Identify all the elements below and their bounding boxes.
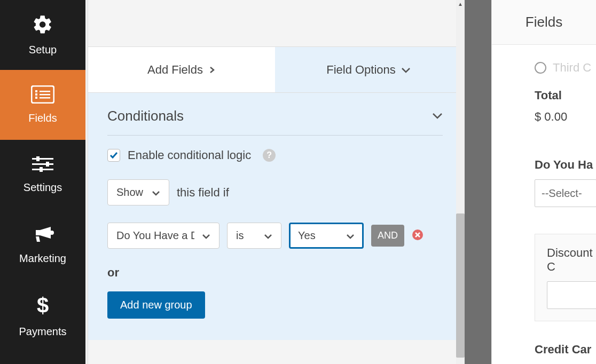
top-spacer — [88, 0, 462, 47]
sidebar: Setup Fields Settings Marketing $ Paymen… — [0, 0, 85, 364]
sliders-icon — [32, 156, 53, 175]
svg-rect-4 — [40, 94, 50, 96]
svg-rect-1 — [35, 90, 37, 92]
scroll-up-arrow-icon[interactable]: ▲ — [456, 0, 465, 7]
divider-dark — [465, 0, 491, 364]
value-select-value: Yes — [298, 230, 316, 242]
bullhorn-icon — [32, 225, 54, 246]
sidebar-item-fields[interactable]: Fields — [0, 70, 85, 140]
discount-card: Discount C — [535, 234, 596, 321]
this-field-if-text: this field if — [177, 186, 229, 200]
gear-icon — [32, 14, 53, 37]
show-row: Show this field if — [107, 179, 443, 205]
main-area: Add Fields Field Options Conditionals — [85, 0, 465, 364]
dollar-icon: $ — [36, 296, 49, 319]
select-placeholder: --Select- — [542, 187, 582, 200]
field-select-value: Do You Have a D — [116, 230, 194, 242]
discount-input[interactable] — [547, 281, 596, 309]
svg-text:$: $ — [37, 296, 49, 317]
svg-rect-11 — [46, 162, 49, 167]
or-text: or — [107, 266, 443, 280]
radio-option-row[interactable]: Third C — [535, 45, 596, 91]
list-icon — [31, 85, 54, 106]
sidebar-item-label: Payments — [19, 326, 67, 338]
credit-label: Credit Car — [535, 343, 596, 357]
svg-rect-6 — [40, 97, 50, 99]
and-button[interactable]: AND — [371, 225, 404, 247]
field-select[interactable]: Do You Have a D — [107, 223, 219, 249]
preview-pane: Fields Third C Total $ 0.00 Do You Ha --… — [491, 0, 596, 364]
svg-rect-8 — [32, 163, 53, 165]
sidebar-item-label: Fields — [28, 112, 57, 124]
sidebar-item-label: Marketing — [19, 252, 66, 265]
svg-rect-10 — [36, 156, 40, 161]
scrollbar-vertical[interactable]: ▲ — [456, 0, 465, 364]
enable-label: Enable conditional logic — [128, 148, 251, 162]
svg-rect-2 — [40, 91, 50, 92]
question-select[interactable]: --Select- — [535, 179, 596, 207]
add-new-group-button[interactable]: Add new group — [107, 291, 205, 319]
tab-add-fields[interactable]: Add Fields — [88, 47, 275, 92]
svg-point-13 — [50, 231, 54, 235]
operator-select-value: is — [236, 230, 244, 242]
help-icon[interactable]: ? — [263, 149, 276, 162]
panel-title: Conditionals — [107, 108, 184, 124]
tab-label: Field Options — [326, 63, 396, 77]
chevron-down-icon — [401, 63, 411, 77]
total-value: $ 0.00 — [535, 110, 596, 124]
tab-label: Add Fields — [147, 63, 203, 77]
value-select[interactable]: Yes — [289, 223, 364, 249]
sidebar-item-marketing[interactable]: Marketing — [0, 210, 85, 280]
radio-label: Third C — [553, 61, 591, 75]
svg-rect-7 — [32, 158, 53, 160]
chevron-down-icon — [264, 230, 272, 242]
chevron-right-icon — [208, 63, 216, 77]
show-select[interactable]: Show — [107, 179, 169, 205]
tabs: Add Fields Field Options — [88, 47, 462, 93]
sidebar-item-label: Setup — [29, 44, 57, 56]
conditionals-panel: Conditionals Enable conditional logic ? … — [88, 93, 462, 340]
chevron-down-icon — [202, 230, 210, 242]
svg-rect-5 — [35, 97, 37, 99]
total-label: Total — [535, 89, 596, 102]
chevron-down-icon — [346, 230, 355, 242]
svg-rect-3 — [35, 93, 37, 96]
sidebar-item-settings[interactable]: Settings — [0, 140, 85, 210]
remove-condition-icon[interactable] — [412, 229, 424, 243]
sidebar-item-setup[interactable]: Setup — [0, 0, 85, 70]
enable-checkbox[interactable] — [107, 149, 120, 162]
chevron-down-icon[interactable] — [432, 112, 443, 121]
tab-field-options[interactable]: Field Options — [275, 47, 462, 92]
sidebar-item-payments[interactable]: $ Payments — [0, 280, 85, 353]
scroll-thumb[interactable] — [456, 213, 465, 358]
enable-checkbox-row: Enable conditional logic ? — [107, 148, 443, 162]
condition-row: Do You Have a D is Yes AND — [107, 223, 443, 249]
question-label: Do You Ha — [535, 158, 596, 172]
show-select-value: Show — [116, 186, 143, 199]
discount-label: Discount C — [547, 246, 596, 274]
sidebar-item-label: Settings — [23, 181, 62, 194]
chevron-down-icon — [152, 186, 160, 199]
operator-select[interactable]: is — [227, 223, 281, 249]
svg-rect-12 — [40, 167, 43, 172]
preview-header: Fields — [492, 0, 596, 45]
radio-icon[interactable] — [535, 62, 546, 74]
